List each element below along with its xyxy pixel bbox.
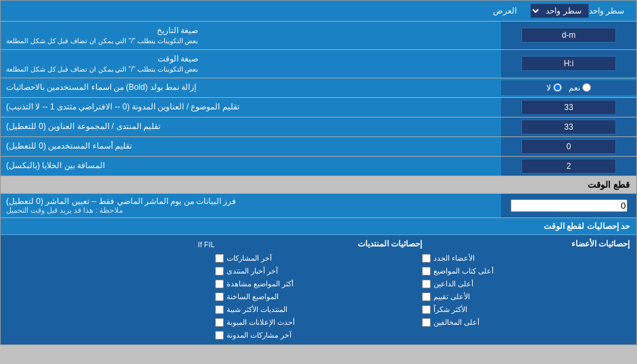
- checkbox-col-empty: If FIL: [7, 239, 215, 340]
- page-title: العرض: [7, 6, 517, 16]
- checkbox-top-rated: الأعلى تقييم: [422, 292, 630, 302]
- display-mode-select[interactable]: سطر واحد سطرين ثلاثة أسطر: [530, 3, 589, 18]
- checkbox-last-blog-posts: آخر مشاركات المدونة: [215, 330, 423, 340]
- checkbox-top-inviters: أعلى الداعين: [422, 279, 630, 289]
- users-input-area: 0: [501, 137, 636, 156]
- checkbox-most-thanked-input[interactable]: [422, 305, 431, 314]
- date-format-label-area: صيغة التاريخ بعض التكوينات يتطلب "/" الت…: [1, 22, 501, 49]
- checkbox-most-thanked: الأكثر شكراً: [422, 305, 630, 315]
- cut-time-label: فرز البيانات من يوم الماشر الماضي فقط --…: [6, 197, 236, 206]
- checkbox-last-posts-input[interactable]: [215, 254, 224, 263]
- cut-time-section-header: قطع الوقت: [1, 176, 636, 194]
- forum-row: 33 تقليم المنتدى / المجموعة العناوين (0 …: [1, 118, 636, 137]
- gap-input-area: 2: [501, 157, 636, 176]
- checkboxes-grid: إحصائيات الأعضاء الأعضاء الجدد أعلى كتاب…: [1, 235, 636, 344]
- checkbox-top-violators: أعلى المخالفين: [422, 317, 630, 328]
- bold-label: إزالة نمط بولد (Bold) من اسماء المستخدمي…: [6, 82, 196, 93]
- checkbox-col-forums: إحصائيات المنتديات آخر المشاركات آخر أخب…: [215, 239, 423, 340]
- display-mode-label: سطر واحد: [589, 6, 624, 16]
- col1-title: إحصائيات الأعضاء: [422, 239, 630, 251]
- forum-label: تقليم المنتدى / المجموعة العناوين (0 للت…: [6, 121, 160, 132]
- time-format-desc: بعض التكوينات يتطلب "/" التي يمكن ان تضا…: [6, 65, 198, 74]
- bold-no-label[interactable]: لا: [546, 83, 562, 93]
- checkbox-top-writers-input[interactable]: [422, 267, 431, 276]
- checkbox-col-members: إحصائيات الأعضاء الأعضاء الجدد أعلى كتاب…: [422, 239, 630, 340]
- forum-label-area: تقليم المنتدى / المجموعة العناوين (0 للت…: [1, 118, 501, 136]
- date-format-title: صيغة التاريخ: [157, 26, 198, 35]
- checkbox-most-similar: المنتديات الأكثر شبية: [215, 305, 423, 315]
- checkbox-hot-topics: المواضيع الساخنة: [215, 292, 423, 302]
- topics-input[interactable]: 33: [521, 100, 616, 115]
- cut-time-note: ملاحظة : هذا قد يزيد قبل وقت التحميل: [6, 206, 123, 215]
- checkbox-last-posts: آخر المشاركات: [215, 253, 423, 263]
- bold-row: نعم لا إزالة نمط بولد (Bold) من اسماء ال…: [1, 78, 636, 98]
- col2-title: إحصائيات المنتديات: [215, 239, 423, 251]
- forum-input[interactable]: 33: [521, 120, 616, 134]
- cut-time-input[interactable]: 0: [511, 199, 628, 212]
- bold-no-radio[interactable]: [553, 83, 562, 92]
- users-input[interactable]: 0: [521, 139, 616, 154]
- checkbox-top-rated-input[interactable]: [422, 292, 431, 301]
- topics-label-area: تقليم الموضوع / العناوين المدونة (0 -- ا…: [1, 98, 501, 117]
- cut-time-row: 0 فرز البيانات من يوم الماشر الماضي فقط …: [1, 194, 636, 218]
- checkbox-new-members-input[interactable]: [422, 254, 431, 263]
- gap-row: 2 المسافة بين الخلايا (بالبكسل): [1, 157, 636, 176]
- cut-time-label-area: فرز البيانات من يوم الماشر الماضي فقط --…: [1, 194, 501, 217]
- checkbox-latest-ads-input[interactable]: [215, 318, 224, 327]
- gap-label: المسافة بين الخلايا (بالبكسل): [6, 160, 105, 172]
- bold-radio-area: نعم لا: [501, 80, 636, 95]
- time-format-row: H:i صيغة الوقت بعض التكوينات يتطلب "/" ا…: [1, 50, 636, 78]
- checkbox-most-similar-input[interactable]: [215, 305, 224, 314]
- checkbox-forum-news: آخر أخبار المنتدى: [215, 266, 423, 276]
- bold-yes-label[interactable]: نعم: [569, 83, 591, 93]
- topics-row: 33 تقليم الموضوع / العناوين المدونة (0 -…: [1, 98, 636, 118]
- checkbox-most-viewed-input[interactable]: [215, 280, 224, 288]
- checkbox-top-violators-input[interactable]: [422, 318, 431, 327]
- bold-label-area: إزالة نمط بولد (Bold) من اسماء المستخدمي…: [1, 78, 501, 97]
- if-fil-label: If FIL: [7, 239, 215, 249]
- checkbox-last-blog-posts-input[interactable]: [215, 331, 224, 340]
- checkboxes-title: حد إحصاليات لقطع الوقت: [1, 218, 636, 235]
- date-format-desc: بعض التكوينات يتطلب "/" التي يمكن ان تضا…: [6, 36, 198, 46]
- display-mode-row: سطر واحد سطر واحد سطرين ثلاثة أسطر العرض: [1, 1, 636, 22]
- users-row: 0 تقليم أسماء المستخدمين (0 للتعطيل): [1, 137, 636, 157]
- forum-input-area: 33: [501, 118, 636, 136]
- bold-yes-radio[interactable]: [582, 83, 591, 92]
- date-format-input[interactable]: d-m: [521, 28, 616, 43]
- topics-label: تقليم الموضوع / العناوين المدونة (0 -- ا…: [6, 101, 239, 113]
- checkbox-most-viewed: أكثر المواضيع مشاهدة: [215, 279, 423, 289]
- checkboxes-section: حد إحصاليات لقطع الوقت إحصائيات الأعضاء …: [1, 218, 636, 344]
- time-format-input[interactable]: H:i: [521, 56, 616, 71]
- date-format-row: d-m صيغة التاريخ بعض التكوينات يتطلب "/"…: [1, 22, 636, 50]
- gap-input[interactable]: 2: [521, 159, 616, 174]
- main-container: سطر واحد سطر واحد سطرين ثلاثة أسطر العرض…: [0, 0, 637, 345]
- time-format-title: صيغة الوقت: [158, 54, 198, 63]
- checkbox-forum-news-input[interactable]: [215, 267, 224, 276]
- checkbox-hot-topics-input[interactable]: [215, 292, 224, 301]
- gap-label-area: المسافة بين الخلايا (بالبكسل): [1, 157, 501, 176]
- checkbox-top-writers: أعلى كتاب المواضيع: [422, 266, 630, 276]
- date-format-input-area: d-m: [501, 22, 636, 49]
- cut-time-input-area: 0: [501, 194, 636, 217]
- users-label-area: تقليم أسماء المستخدمين (0 للتعطيل): [1, 137, 501, 156]
- users-label: تقليم أسماء المستخدمين (0 للتعطيل): [6, 140, 132, 152]
- checkbox-new-members: الأعضاء الجدد: [422, 253, 630, 263]
- time-format-label-area: صيغة الوقت بعض التكوينات يتطلب "/" التي …: [1, 50, 501, 78]
- checkbox-top-inviters-input[interactable]: [422, 280, 431, 288]
- topics-input-area: 33: [501, 98, 636, 117]
- checkbox-latest-ads: أحدث الإعلانات المبوبة: [215, 317, 423, 328]
- time-format-input-area: H:i: [501, 50, 636, 78]
